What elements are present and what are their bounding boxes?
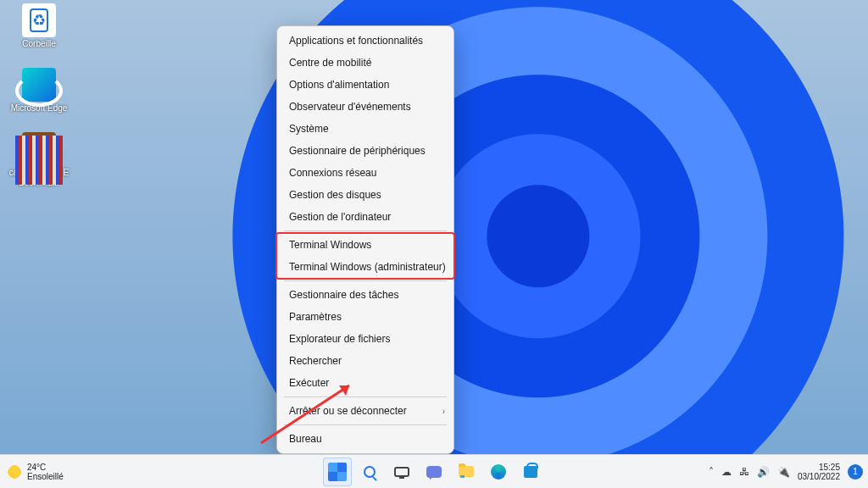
taskbar: 24°C Ensoleillé ˄ ☁ 🖧 🔊 🔌 15:25 03/10/20… <box>0 454 868 488</box>
menu-separator <box>284 424 447 425</box>
network-icon[interactable]: 🖧 <box>739 466 749 478</box>
taskbar-right: ˄ ☁ 🖧 🔊 🔌 15:25 03/10/2022 1 <box>709 463 863 481</box>
system-tray: ˄ ☁ 🖧 🔊 🔌 <box>709 466 790 478</box>
winx-item[interactable]: Paramètres <box>277 306 453 328</box>
winx-item[interactable]: Gestionnaire de périphériques <box>277 140 453 162</box>
taskbar-store-button[interactable] <box>516 458 545 486</box>
taskview-icon <box>394 467 409 477</box>
desktop-icon-calibre[interactable]: calibre 64Bit - E Book ma... <box>8 132 70 188</box>
winx-item[interactable]: Terminal Windows <box>277 234 453 256</box>
notifications-button[interactable]: 1 <box>848 464 863 480</box>
desktop-icon-edge[interactable]: Microsoft Edge <box>8 68 70 114</box>
winx-item[interactable]: Explorateur de fichiers <box>277 328 453 350</box>
desktop-wallpaper[interactable]: Corbeille Microsoft Edge calibre 64Bit -… <box>0 0 868 454</box>
power-icon[interactable]: 🔌 <box>777 466 790 478</box>
winx-item[interactable]: Terminal Windows (administrateur) <box>277 256 453 278</box>
winx-item[interactable]: Applications et fonctionnalités <box>277 30 453 52</box>
chevron-up-icon[interactable]: ˄ <box>709 466 714 478</box>
winx-item[interactable]: Bureau <box>277 428 453 450</box>
edge-icon <box>22 68 56 102</box>
menu-separator <box>284 280 447 281</box>
taskbar-clock[interactable]: 15:25 03/10/2022 <box>798 463 840 481</box>
search-icon <box>364 466 376 478</box>
winx-item[interactable]: Centre de mobilité <box>277 52 453 74</box>
taskbar-chat-button[interactable] <box>420 458 448 486</box>
winx-item[interactable]: Arrêter ou se déconnecter› <box>277 400 453 422</box>
winx-item[interactable]: Exécuter <box>277 372 453 394</box>
volume-icon[interactable]: 🔊 <box>757 466 770 478</box>
weather-cond: Ensoleillé <box>27 472 64 481</box>
chevron-right-icon: › <box>442 407 445 416</box>
taskbar-start-button[interactable] <box>323 458 352 486</box>
calibre-icon <box>22 132 56 166</box>
winx-item[interactable]: Options d'alimentation <box>277 74 453 96</box>
taskbar-search-button[interactable] <box>355 458 384 486</box>
edge-icon <box>491 464 506 480</box>
taskbar-explorer-button[interactable] <box>452 458 481 486</box>
winx-item[interactable]: Gestion des disques <box>277 184 453 206</box>
onedrive-icon[interactable]: ☁ <box>721 466 732 478</box>
weather-text: 24°C Ensoleillé <box>27 463 64 481</box>
winx-item[interactable]: Connexions réseau <box>277 162 453 184</box>
start-icon <box>328 463 347 481</box>
menu-separator <box>284 230 447 231</box>
clock-time: 15:25 <box>798 463 840 472</box>
explorer-icon <box>459 466 474 477</box>
taskbar-weather[interactable]: 24°C Ensoleillé <box>7 463 64 481</box>
desktop-icon-recycle-bin[interactable]: Corbeille <box>8 3 70 49</box>
winx-item[interactable]: Observateur d'événements <box>277 96 453 118</box>
weather-sun-icon <box>7 464 22 480</box>
taskbar-edge-button[interactable] <box>484 458 513 486</box>
recycle-bin-icon <box>22 3 56 37</box>
taskbar-center <box>323 458 545 486</box>
winx-item[interactable]: Gestionnaire des tâches <box>277 284 453 306</box>
store-icon <box>524 466 537 478</box>
winx-item[interactable]: Système <box>277 118 453 140</box>
winx-context-menu: Applications et fonctionnalitésCentre de… <box>276 25 454 454</box>
menu-separator <box>284 396 447 397</box>
weather-temp: 24°C <box>27 463 64 472</box>
desktop-icon-label: Corbeille <box>8 39 70 49</box>
winx-item[interactable]: Rechercher <box>277 350 453 372</box>
clock-date: 03/10/2022 <box>798 472 840 481</box>
winx-item[interactable]: Gestion de l'ordinateur <box>277 206 453 228</box>
taskbar-taskview-button[interactable] <box>387 458 416 486</box>
chat-icon <box>426 466 442 478</box>
